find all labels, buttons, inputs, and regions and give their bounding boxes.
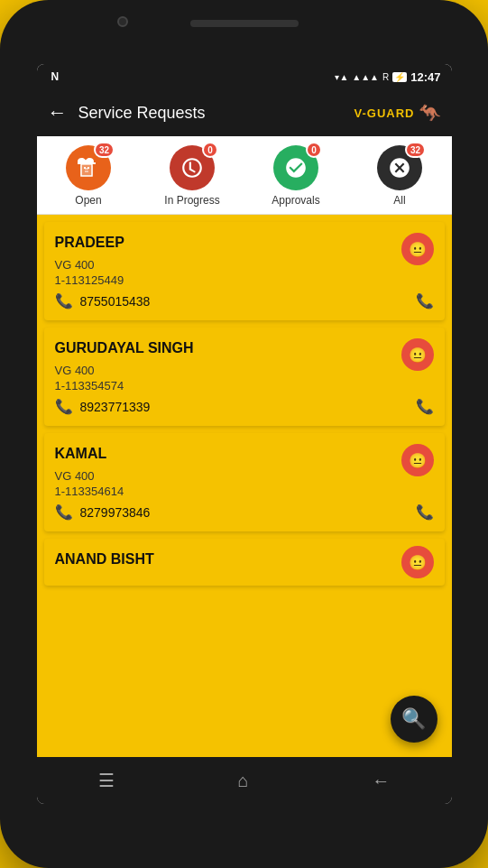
card-action-btn-1[interactable]: 😐 (401, 233, 434, 265)
tab-in-progress-icon-wrap: 0 (170, 145, 215, 190)
card-phone-row-2: 📞 8923771339 📞 (55, 398, 434, 415)
action-icon-1: 😐 (409, 241, 427, 258)
camera (117, 16, 128, 27)
tab-approvals[interactable]: 0 Approvals (244, 145, 348, 207)
back-button[interactable]: ← (48, 101, 68, 125)
service-card-kamal[interactable]: KAMAL VG 400 1-113354614 📞 8279973846 📞 … (44, 433, 445, 531)
card-name-2: GURUDAYAL SINGH (55, 340, 434, 356)
card-action-btn-3[interactable]: 😐 (401, 444, 434, 476)
brand-name: V-GUARD (354, 106, 415, 120)
service-card-pradeep[interactable]: PRADEEP VG 400 1-113125449 📞 8755015438 … (44, 222, 445, 320)
status-time: 12:47 (410, 70, 440, 84)
action-icon-3: 😐 (409, 452, 427, 469)
card-model-3: VG 400 (55, 469, 434, 483)
tab-all-badge: 32 (405, 142, 426, 158)
phone-frame: N ▾▲ ▲▲▲ R ⚡ 12:47 ← Service Requests V-… (0, 0, 488, 868)
tab-all[interactable]: 32 All (348, 145, 452, 207)
nav-menu-button[interactable]: ☰ (98, 770, 115, 791)
nav-back-button[interactable]: ← (372, 771, 390, 791)
fab-search-icon: 🔍 (401, 707, 426, 731)
tab-approvals-badge: 0 (306, 142, 322, 158)
phone-screen: N ▾▲ ▲▲▲ R ⚡ 12:47 ← Service Requests V-… (37, 64, 452, 804)
card-phone-row-1: 📞 8755015438 📞 (55, 292, 434, 309)
card-name-3: KAMAL (55, 446, 434, 462)
bottom-nav: ☰ ⌂ ← (37, 757, 452, 804)
phone-icon-1: 📞 (55, 292, 73, 309)
card-action-btn-4[interactable]: 😐 (401, 546, 434, 578)
card-phone-3: 8279973846 (80, 505, 409, 520)
tab-all-icon-wrap: 32 (377, 145, 422, 190)
card-id-1: 1-113125449 (55, 273, 434, 287)
brand-logo: V-GUARD 🦘 (354, 102, 441, 124)
svg-rect-0 (80, 165, 93, 176)
tab-all-label: All (393, 194, 405, 207)
phone-icon-2b: 📞 (416, 398, 434, 415)
tab-open[interactable]: 32 Open (37, 145, 141, 207)
tab-in-progress-badge: 0 (202, 142, 218, 158)
top-bar: ← Service Requests V-GUARD 🦘 (37, 89, 452, 136)
phone-icon-1b: 📞 (416, 292, 434, 309)
tab-open-badge: 32 (94, 142, 115, 158)
kangaroo-icon: 🦘 (419, 102, 441, 124)
phone-icon-3b: 📞 (416, 503, 434, 521)
card-id-2: 1-113354574 (55, 379, 434, 392)
card-phone-row-3: 📞 8279973846 📞 (55, 503, 434, 521)
card-model-1: VG 400 (55, 258, 434, 272)
card-phone-1: 8755015438 (80, 294, 409, 309)
service-card-gurudayal[interactable]: GURUDAYAL SINGH VG 400 1-113354574 📞 892… (44, 328, 445, 426)
status-bar: N ▾▲ ▲▲▲ R ⚡ 12:47 (37, 64, 452, 89)
tab-open-icon-wrap: 32 (66, 145, 111, 190)
fab-search-button[interactable]: 🔍 (391, 696, 437, 743)
tab-approvals-icon-wrap: 0 (273, 145, 318, 190)
tab-approvals-label: Approvals (272, 194, 319, 207)
tab-bar: 32 Open 0 In Progress (37, 136, 452, 215)
nav-home-button[interactable]: ⌂ (237, 771, 248, 791)
service-card-anand[interactable]: ANAND BISHT 😐 (44, 539, 445, 586)
tab-in-progress[interactable]: 0 In Progress (141, 145, 244, 207)
page-title: Service Requests (78, 104, 354, 123)
card-name-4: ANAND BISHT (55, 551, 434, 568)
card-name-1: PRADEEP (55, 235, 434, 251)
action-icon-4: 😐 (409, 554, 427, 571)
phone-icon-3: 📞 (55, 503, 73, 521)
content-area: PRADEEP VG 400 1-113125449 📞 8755015438 … (37, 215, 452, 757)
action-icon-2: 😐 (409, 346, 427, 364)
speaker (190, 20, 299, 27)
tab-in-progress-label: In Progress (164, 194, 219, 207)
card-phone-2: 8923771339 (80, 400, 409, 414)
phone-icon-2: 📞 (55, 398, 73, 415)
card-action-btn-2[interactable]: 😐 (401, 338, 434, 371)
card-model-2: VG 400 (55, 364, 434, 377)
tab-open-label: Open (75, 194, 101, 207)
card-id-3: 1-113354614 (55, 485, 434, 498)
